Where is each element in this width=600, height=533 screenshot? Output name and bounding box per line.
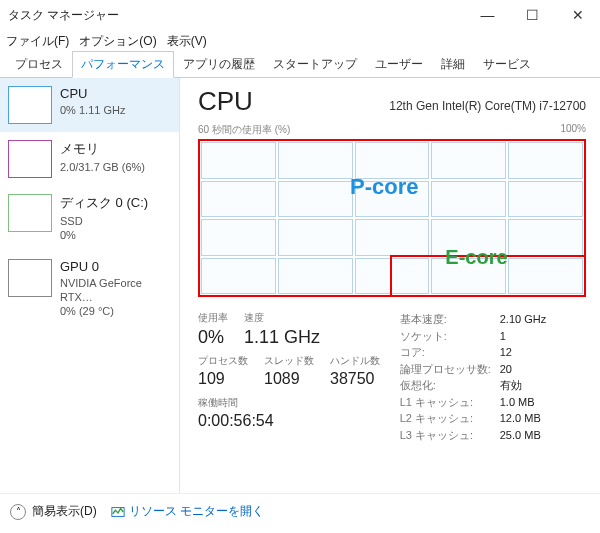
chart-caption-left: 60 秒間の使用率 (%) (198, 123, 290, 137)
pcore-annotation: P-core (350, 174, 418, 200)
util-value: 0% (198, 327, 228, 348)
page-title: CPU (198, 86, 253, 117)
base-speed-v: 2.10 GHz (500, 311, 546, 328)
l3-v: 25.0 MB (500, 427, 541, 444)
minimize-button[interactable]: — (465, 0, 510, 30)
sidebar-disk-sub: SSD 0% (60, 214, 148, 243)
handles-value: 38750 (330, 370, 380, 388)
util-label: 使用率 (198, 311, 228, 325)
l1-k: L1 キャッシュ: (400, 394, 500, 411)
chart-caption-right: 100% (560, 123, 586, 137)
menu-options[interactable]: オプション(O) (79, 33, 156, 50)
main-panel: CPU 12th Gen Intel(R) Core(TM) i7-12700 … (180, 78, 600, 493)
logical-v: 20 (500, 361, 512, 378)
ecore-annotation: E-core (445, 245, 507, 268)
tab-processes[interactable]: プロセス (6, 51, 72, 77)
logical-k: 論理プロセッサ数: (400, 361, 500, 378)
cpu-thumb-icon (8, 86, 52, 124)
sidebar-cpu-title: CPU (60, 86, 125, 101)
cores-v: 12 (500, 344, 512, 361)
sidebar-item-disk[interactable]: ディスク 0 (C:) SSD 0% (0, 186, 179, 251)
memory-thumb-icon (8, 140, 52, 178)
tab-details[interactable]: 詳細 (432, 51, 474, 77)
uptime-value: 0:00:56:54 (198, 412, 400, 430)
proc-label: プロセス数 (198, 354, 248, 368)
virt-v: 有効 (500, 377, 522, 394)
l2-v: 12.0 MB (500, 410, 541, 427)
gpu-thumb-icon (8, 259, 52, 297)
menu-file[interactable]: ファイル(F) (6, 33, 69, 50)
speed-value: 1.11 GHz (244, 327, 320, 348)
tab-performance[interactable]: パフォーマンス (72, 51, 174, 78)
base-speed-k: 基本速度: (400, 311, 500, 328)
threads-value: 1089 (264, 370, 314, 388)
sidebar-gpu-title: GPU 0 (60, 259, 171, 274)
tab-users[interactable]: ユーザー (366, 51, 432, 77)
sidebar-item-gpu[interactable]: GPU 0 NVIDIA GeForce RTX… 0% (29 °C) (0, 251, 179, 327)
menu-view[interactable]: 表示(V) (167, 33, 207, 50)
sidebar-mem-title: メモリ (60, 140, 145, 158)
speed-label: 速度 (244, 311, 320, 325)
cpu-model-name: 12th Gen Intel(R) Core(TM) i7-12700 (389, 99, 586, 113)
resource-monitor-label: リソース モニターを開く (129, 503, 264, 520)
sidebar-cpu-sub: 0% 1.11 GHz (60, 103, 125, 117)
window-title: タスク マネージャー (8, 7, 465, 24)
sidebar-item-memory[interactable]: メモリ 2.0/31.7 GB (6%) (0, 132, 179, 186)
handles-label: ハンドル数 (330, 354, 380, 368)
sidebar-gpu-sub: NVIDIA GeForce RTX… 0% (29 °C) (60, 276, 171, 319)
sidebar-item-cpu[interactable]: CPU 0% 1.11 GHz (0, 78, 179, 132)
tab-services[interactable]: サービス (474, 51, 540, 77)
sidebar-mem-sub: 2.0/31.7 GB (6%) (60, 160, 145, 174)
disk-thumb-icon (8, 194, 52, 232)
sockets-k: ソケット: (400, 328, 500, 345)
tab-app-history[interactable]: アプリの履歴 (174, 51, 264, 77)
l2-k: L2 キャッシュ: (400, 410, 500, 427)
virt-k: 仮想化: (400, 377, 500, 394)
maximize-button[interactable]: ☐ (510, 0, 555, 30)
l1-v: 1.0 MB (500, 394, 535, 411)
uptime-label: 稼働時間 (198, 396, 400, 410)
sidebar: CPU 0% 1.11 GHz メモリ 2.0/31.7 GB (6%) ディス… (0, 78, 180, 493)
resource-monitor-icon (111, 505, 125, 519)
l3-k: L3 キャッシュ: (400, 427, 500, 444)
threads-label: スレッド数 (264, 354, 314, 368)
open-resource-monitor-link[interactable]: リソース モニターを開く (111, 503, 264, 520)
sockets-v: 1 (500, 328, 506, 345)
cores-k: コア: (400, 344, 500, 361)
close-button[interactable]: ✕ (555, 0, 600, 30)
proc-value: 109 (198, 370, 248, 388)
tab-startup[interactable]: スタートアップ (264, 51, 366, 77)
cpu-core-grid[interactable]: P-core E-core (198, 139, 586, 297)
chevron-up-icon[interactable]: ˄ (10, 504, 26, 520)
sidebar-disk-title: ディスク 0 (C:) (60, 194, 148, 212)
fewer-details-button[interactable]: 簡易表示(D) (32, 503, 97, 520)
